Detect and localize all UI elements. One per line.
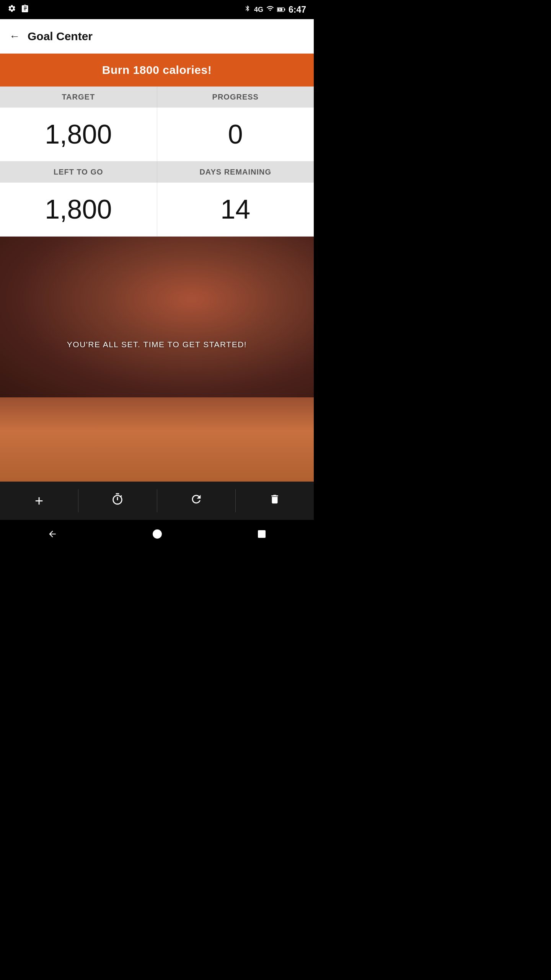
left-to-go-value: 1,800: [0, 183, 157, 237]
progress-value: 0: [157, 108, 314, 162]
status-bar-right-icons: 4G 6:47: [244, 4, 306, 15]
signal-icon: [266, 5, 274, 15]
stats-header-row-1: TARGET PROGRESS: [0, 87, 314, 108]
clock-time: 6:47: [289, 5, 306, 15]
refresh-button[interactable]: [157, 482, 235, 520]
motivational-overlay: [0, 237, 314, 397]
stats-header-row-2: LEFT TO GO DAYS REMAINING: [0, 162, 314, 183]
days-remaining-value: 14: [157, 183, 314, 237]
status-bar-left-icons: [8, 4, 30, 15]
goal-banner-text: Burn 1800 calories!: [102, 64, 212, 76]
timer-button[interactable]: [78, 482, 156, 520]
stats-value-row-1: 1,800 0: [0, 108, 314, 162]
svg-rect-4: [258, 531, 265, 537]
add-icon: +: [35, 493, 43, 509]
4g-icon: 4G: [254, 6, 263, 14]
stats-value-row-2: 1,800 14: [0, 183, 314, 237]
delete-button[interactable]: [236, 482, 314, 520]
system-nav-bar: [0, 520, 314, 550]
lower-image-section: [0, 397, 314, 482]
refresh-icon: [190, 493, 203, 509]
stats-grid: TARGET PROGRESS 1,800 0 LEFT TO GO DAYS …: [0, 87, 314, 237]
bottom-toolbar: +: [0, 482, 314, 520]
bluetooth-icon: [244, 4, 251, 15]
settings-icon: [8, 4, 16, 15]
battery-icon: [277, 5, 285, 15]
svg-point-3: [153, 530, 161, 538]
progress-header: PROGRESS: [157, 87, 314, 108]
clipboard-icon: [21, 4, 30, 15]
target-header: TARGET: [0, 87, 157, 108]
nav-back-button[interactable]: [47, 529, 57, 542]
page-title: Goal Center: [28, 30, 93, 43]
motivational-section: YOU'RE ALL SET. TIME TO GET STARTED!: [0, 237, 314, 397]
motivational-text: YOU'RE ALL SET. TIME TO GET STARTED!: [67, 340, 247, 349]
app-bar: ← Goal Center: [0, 19, 314, 54]
left-to-go-header: LEFT TO GO: [0, 162, 157, 183]
svg-rect-1: [284, 8, 285, 10]
target-value: 1,800: [0, 108, 157, 162]
nav-home-button[interactable]: [152, 529, 162, 542]
delete-icon: [269, 493, 280, 509]
back-button[interactable]: ←: [9, 30, 20, 42]
status-bar: 4G 6:47: [0, 0, 314, 19]
goal-banner: Burn 1800 calories!: [0, 54, 314, 87]
add-button[interactable]: +: [0, 482, 78, 520]
days-remaining-header: DAYS REMAINING: [157, 162, 314, 183]
timer-icon: [111, 493, 124, 509]
nav-recent-button[interactable]: [257, 529, 266, 541]
